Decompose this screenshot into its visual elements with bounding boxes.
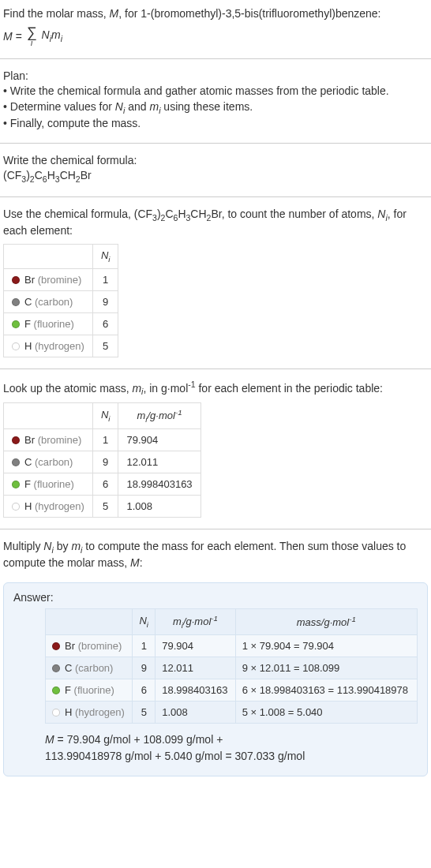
- final-m: M: [45, 733, 54, 746]
- eq-m-sub: i: [61, 34, 62, 43]
- table-row: H (hydrogen)51.0085 × 1.008 = 5.040: [46, 701, 418, 723]
- answer-table: Ni mi/g·mol-1 mass/g·mol-1 Br (bromine)1…: [45, 608, 418, 724]
- ca-g: H: [178, 208, 186, 220]
- table-row: C (carbon)9: [4, 290, 118, 312]
- element-name: (hydrogen): [35, 500, 84, 512]
- element-name: (hydrogen): [35, 340, 84, 352]
- ca-l: N: [377, 208, 385, 220]
- am-f: for each element in the periodic table:: [196, 381, 383, 394]
- write-formula-section: Write the chemical formula: (CF3)2C6H3CH…: [0, 147, 431, 193]
- divider: [0, 369, 431, 369]
- element-name: (bromine): [78, 640, 122, 652]
- cf-part: (CF: [3, 169, 21, 181]
- element-name: (bromine): [38, 274, 82, 286]
- table-row: Br (bromine)1: [4, 268, 118, 290]
- element-symbol: F: [24, 318, 31, 330]
- element-symbol: Br: [24, 434, 35, 446]
- answer-box: Answer: Ni mi/g·mol-1 mass/g·mol-1 Br (b…: [3, 582, 428, 776]
- table-row: H (hydrogen)51.008: [4, 495, 201, 517]
- am-d: , in g·mol: [143, 381, 188, 394]
- am-b: m: [132, 381, 141, 394]
- divider: [0, 58, 431, 59]
- ca-e: C: [165, 208, 173, 220]
- element-symbol: C: [24, 456, 32, 468]
- element-dot-icon: [52, 687, 60, 694]
- th-mi-c: /g·mol: [183, 615, 211, 627]
- th-ni-sub: i: [108, 255, 110, 264]
- th-ni: N: [101, 409, 108, 421]
- element-name: (fluorine): [34, 478, 74, 490]
- am-e: -1: [188, 380, 195, 389]
- element-symbol: Br: [65, 640, 75, 652]
- element-dot-icon: [12, 436, 20, 444]
- eq-m: m: [51, 28, 61, 41]
- table-row: Br (bromine)179.904: [4, 428, 201, 451]
- atomic-mass-text: Look up the atomic mass, mi, in g·mol-1 …: [3, 379, 428, 398]
- plan-bullet-1: • Write the chemical formula and gather …: [3, 84, 428, 99]
- chemical-formula: (CF3)2C6H3CH2Br: [3, 168, 428, 185]
- th-mi: m: [137, 410, 145, 421]
- element-symbol: F: [24, 478, 31, 490]
- element-name: (carbon): [35, 456, 73, 468]
- sigma-icon: ∑ i: [27, 25, 37, 47]
- element-dot-icon: [12, 481, 20, 488]
- table-row: C (carbon)912.011: [4, 451, 201, 473]
- plan-b2-d: and: [125, 100, 149, 113]
- element-name: (bromine): [38, 434, 82, 446]
- element-dot-icon: [12, 276, 20, 284]
- count-atoms-text: Use the chemical formula, (CF3)2C6H3CH2B…: [3, 207, 428, 239]
- multiply-text: Multiply Ni by mi to compute the mass fo…: [3, 539, 428, 571]
- element-dot-icon: [12, 503, 20, 511]
- element-symbol: H: [24, 500, 32, 512]
- ca-k: Br, to count the number of atoms,: [211, 208, 377, 220]
- element-name: (fluorine): [74, 684, 114, 696]
- table-row: C (carbon)912.0119 × 12.011 = 108.099: [46, 657, 418, 679]
- intro-text: Find the molar mass,: [3, 7, 110, 20]
- cf-part: CH: [60, 169, 76, 181]
- th-mass-sup: -1: [349, 615, 356, 623]
- molar-mass-equation: M = ∑ i Nimi: [3, 25, 428, 47]
- intro-line: Find the molar mass, M, for 1-(bromometh…: [3, 6, 428, 22]
- ca-a: Use the chemical formula, (CF: [3, 208, 152, 220]
- table-row: Br (bromine)179.9041 × 79.904 = 79.904: [46, 634, 418, 657]
- plan-bullet-3: • Finally, compute the mass.: [3, 116, 428, 132]
- element-name: (carbon): [35, 296, 73, 308]
- element-name: (carbon): [75, 662, 113, 674]
- element-symbol: H: [65, 706, 72, 718]
- answer-label: Answer:: [13, 591, 418, 604]
- final-equation: M = 79.904 g/mol + 108.099 g/mol + 113.9…: [45, 731, 418, 765]
- eq-left: M =: [3, 30, 22, 43]
- mu-e: m: [71, 540, 81, 552]
- mu-d: by: [54, 540, 72, 552]
- intro-m: M: [110, 7, 119, 20]
- table-row: F (fluorine)6: [4, 312, 118, 335]
- mu-i: :: [140, 556, 143, 569]
- element-dot-icon: [12, 342, 20, 350]
- final-line1: = 79.904 g/mol + 108.099 g/mol +: [54, 733, 223, 746]
- table-header: Ni mi/g·mol-1: [4, 402, 201, 428]
- th-mi-c: /g·mol: [148, 410, 175, 421]
- am-a: Look up the atomic mass,: [3, 381, 132, 394]
- table-row: H (hydrogen)5: [4, 335, 118, 357]
- element-dot-icon: [12, 320, 20, 328]
- mass-table: Ni mi/g·mol-1 Br (bromine)179.904C (carb…: [3, 402, 201, 518]
- element-name: (hydrogen): [75, 706, 125, 718]
- element-dot-icon: [52, 664, 60, 672]
- element-symbol: C: [24, 296, 32, 308]
- plan-b2-g: using these items.: [160, 100, 253, 113]
- element-symbol: Br: [24, 274, 35, 286]
- eq-nimi: Nimi: [42, 28, 62, 43]
- element-dot-icon: [52, 642, 60, 650]
- count-atoms-section: Use the chemical formula, (CF3)2C6H3CH2B…: [0, 200, 431, 365]
- th-mi: m: [173, 615, 182, 627]
- atomic-mass-section: Look up the atomic mass, mi, in g·mol-1 …: [0, 372, 431, 526]
- element-symbol: C: [65, 662, 72, 674]
- sigma-index: i: [31, 39, 32, 47]
- count-table: Ni Br (bromine)1C (carbon)9F (fluorine)6…: [3, 244, 118, 357]
- plan-title: Plan:: [3, 69, 428, 84]
- divider: [0, 143, 431, 144]
- mu-h: M: [130, 556, 140, 569]
- divider: [0, 196, 431, 197]
- final-line2: 113.990418978 g/mol + 5.040 g/mol = 307.…: [45, 750, 305, 762]
- divider: [0, 529, 431, 529]
